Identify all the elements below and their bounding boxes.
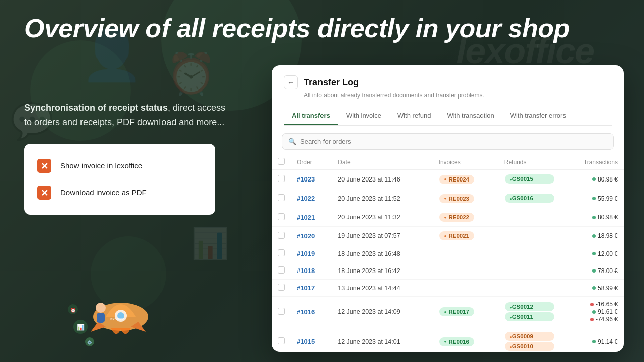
row-check[interactable] — [278, 213, 285, 220]
row-date-1017: 13 June 2023 at 14:44 — [332, 280, 432, 297]
row-check[interactable] — [278, 249, 285, 256]
row-order-1021[interactable]: #1021 — [291, 208, 332, 227]
transaction-amount: 55.99 € — [592, 195, 618, 202]
svg-point-7 — [96, 303, 106, 313]
row-date-1023: 20 June 2023 at 11:46 — [332, 170, 432, 189]
search-input[interactable] — [300, 138, 607, 145]
transaction-amount: 12.00 € — [592, 250, 618, 257]
row-date-1019: 18 June 2023 at 16:48 — [332, 245, 432, 262]
badge-invoice-RE0016[interactable]: RE0016 — [439, 337, 474, 346]
row-check[interactable] — [278, 284, 285, 291]
feature-download-invoice[interactable]: ✕ Download invoice as PDF — [36, 179, 203, 206]
col-order: Order — [291, 155, 332, 170]
row-order-1017[interactable]: #1017 — [291, 280, 332, 297]
badge-invoice-RE0023[interactable]: RE0023 — [439, 194, 474, 203]
tab-with-transaction[interactable]: With transaction — [439, 107, 502, 125]
row-checkbox-1015[interactable] — [272, 327, 291, 352]
row-check[interactable] — [278, 232, 285, 239]
tx-dot — [592, 216, 596, 219]
transaction-amount: 58.99 € — [592, 285, 618, 292]
badge-refund-GS0009[interactable]: GS0009 — [505, 332, 555, 341]
tx-value: 78.00 € — [598, 267, 618, 275]
row-checkbox-1020[interactable] — [272, 227, 291, 245]
row-date-1021: 20 June 2023 at 11:32 — [332, 208, 432, 227]
svg-text:⚙️: ⚙️ — [87, 340, 92, 345]
row-date-1020: 19 June 2023 at 07:57 — [332, 227, 432, 245]
tx-dot — [592, 197, 596, 200]
row-checkbox-1019[interactable] — [272, 245, 291, 262]
tab-with-refund[interactable]: With refund — [389, 107, 439, 125]
row-order-1019[interactable]: #1019 — [291, 245, 332, 262]
badge-refund-GS0015[interactable]: GS0015 — [505, 174, 555, 184]
order-link-1016[interactable]: #1016 — [297, 308, 315, 316]
badge-invoice-RE0022[interactable]: RE0022 — [439, 213, 474, 222]
order-link-1021[interactable]: #1021 — [297, 214, 315, 221]
tab-with-invoice[interactable]: With invoice — [338, 107, 389, 125]
order-link-1020[interactable]: #1020 — [297, 232, 315, 240]
badge-invoice-RE0021[interactable]: RE0021 — [439, 231, 474, 240]
row-transactions-1015: 91.14 € — [561, 327, 624, 352]
row-order-1020[interactable]: #1020 — [291, 227, 332, 245]
order-link-1017[interactable]: #1017 — [297, 284, 315, 292]
back-button[interactable]: ← — [284, 75, 298, 89]
badge-invoice-RE0017[interactable]: RE0017 — [439, 307, 474, 316]
row-date-1016: 12 June 2023 at 14:09 — [332, 297, 432, 327]
feature-show-invoice[interactable]: ✕ Show invoice in lexoffice — [36, 153, 203, 179]
table-row: #102320 June 2023 at 11:46RE0024GS001580… — [272, 170, 624, 189]
row-check[interactable] — [278, 266, 285, 274]
description-bold: Synchronisation of receipt status — [24, 103, 168, 113]
panel-body: 🔍 Order Date Invoices Refunds Transactio… — [272, 126, 624, 352]
orders-table-wrapper: Order Date Invoices Refunds Transactions… — [272, 155, 624, 352]
svg-text:✕: ✕ — [41, 161, 48, 171]
transaction-amount: 91.14 € — [592, 338, 618, 345]
badge-refund-GS0011[interactable]: GS0011 — [505, 312, 555, 321]
badge-invoice-RE0024[interactable]: RE0024 — [439, 175, 474, 184]
row-checkbox-1023[interactable] — [272, 170, 291, 189]
tx-value: 91.14 € — [598, 338, 618, 345]
row-order-1016[interactable]: #1016 — [291, 297, 332, 327]
badge-refund-GS0016[interactable]: GS0016 — [505, 194, 555, 203]
lexoffice-x-icon-1: ✕ — [36, 158, 52, 174]
row-transactions-1022: 55.99 € — [561, 189, 624, 208]
row-invoices-1019 — [433, 245, 498, 262]
header-checkbox[interactable] — [278, 158, 285, 165]
badge-refund-GS0010[interactable]: GS0010 — [505, 342, 555, 351]
row-checkbox-1018[interactable] — [272, 262, 291, 280]
row-checkbox-1017[interactable] — [272, 280, 291, 297]
row-refunds-1020 — [498, 227, 561, 245]
tx-value: 18.98 € — [598, 232, 618, 239]
row-order-1023[interactable]: #1023 — [291, 170, 332, 189]
tab-with-errors[interactable]: With transfer errors — [502, 107, 574, 125]
row-checkbox-1016[interactable] — [272, 297, 291, 327]
row-refunds-1017 — [498, 280, 561, 297]
row-checkbox-1021[interactable] — [272, 208, 291, 227]
tx-value: 91.61 € — [598, 308, 618, 315]
row-check[interactable] — [278, 308, 285, 315]
table-row: #101818 June 2023 at 16:4278.00 € — [272, 262, 624, 280]
order-link-1023[interactable]: #1023 — [297, 175, 315, 183]
row-refunds-1023: GS0015 — [498, 170, 561, 189]
row-invoices-1023: RE0024 — [433, 170, 498, 189]
order-link-1015[interactable]: #1015 — [297, 338, 315, 345]
badge-refund-GS0012[interactable]: GS0012 — [505, 302, 555, 311]
order-link-1019[interactable]: #1019 — [297, 250, 315, 257]
row-transactions-1021: 80.98 € — [561, 208, 624, 227]
row-check[interactable] — [278, 175, 285, 182]
order-link-1018[interactable]: #1018 — [297, 267, 315, 275]
svg-text:📊: 📊 — [77, 323, 85, 331]
tab-all-transfers[interactable]: All transfers — [284, 107, 338, 125]
tx-dot — [592, 340, 596, 343]
order-link-1022[interactable]: #1022 — [297, 195, 315, 202]
transaction-amount: 78.00 € — [592, 267, 618, 275]
tx-value: 55.99 € — [598, 195, 618, 202]
tx-dot — [592, 286, 596, 290]
row-check[interactable] — [278, 337, 285, 344]
row-transactions-1020: 18.98 € — [561, 227, 624, 245]
row-refunds-1022: GS0016 — [498, 189, 561, 208]
row-order-1018[interactable]: #1018 — [291, 262, 332, 280]
row-order-1015[interactable]: #1015 — [291, 327, 332, 352]
row-order-1022[interactable]: #1022 — [291, 189, 332, 208]
row-checkbox-1022[interactable] — [272, 189, 291, 208]
row-check[interactable] — [278, 194, 285, 201]
search-box[interactable]: 🔍 — [282, 133, 614, 150]
